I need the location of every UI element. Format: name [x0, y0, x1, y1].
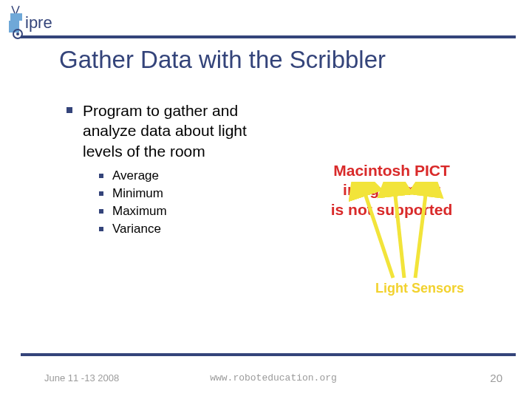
sub-bullet-text: Average [112, 168, 159, 183]
sub-bullet-item: Variance [99, 222, 281, 236]
bullet-icon [99, 227, 103, 231]
svg-rect-2 [10, 13, 22, 21]
footer-date: June 11 -13 2008 [44, 372, 119, 383]
sub-bullet-item: Maximum [99, 204, 281, 219]
svg-line-1 [16, 6, 19, 13]
top-divider [21, 35, 516, 38]
svg-line-7 [364, 189, 393, 278]
svg-line-9 [415, 189, 426, 278]
bullet-icon [66, 107, 72, 113]
bullet-icon [99, 174, 103, 178]
sub-bullet-list: Average Minimum Maximum Variance [99, 168, 281, 236]
footer-url: www.roboteducation.org [210, 372, 337, 383]
svg-line-8 [395, 189, 404, 278]
content-area: Program to gather and analyze data about… [66, 100, 281, 239]
bottom-divider [21, 353, 516, 356]
footer: June 11 -13 2008 www.roboteducation.org … [44, 372, 502, 384]
sub-bullet-text: Variance [112, 222, 161, 236]
bullet-icon [99, 191, 103, 196]
main-bullet-text: Program to gather and analyze data about… [83, 100, 281, 161]
light-sensors-label: Light Sensors [375, 281, 464, 296]
logo-text: ipre [25, 13, 52, 32]
sub-bullet-text: Minimum [112, 186, 163, 201]
sub-bullet-item: Minimum [99, 186, 281, 201]
ipre-logo: ipre [7, 4, 65, 40]
main-bullet-item: Program to gather and analyze data about… [66, 100, 281, 161]
svg-line-0 [12, 6, 15, 13]
arrow-annotations [349, 182, 467, 285]
sub-bullet-item: Average [99, 168, 281, 183]
footer-page-number: 20 [490, 372, 502, 384]
sub-bullet-text: Maximum [112, 204, 167, 219]
slide-title: Gather Data with the Scribbler [59, 46, 386, 74]
pict-line: Macintosh PICT [333, 162, 450, 179]
bullet-icon [99, 209, 103, 214]
svg-point-5 [16, 33, 19, 35]
